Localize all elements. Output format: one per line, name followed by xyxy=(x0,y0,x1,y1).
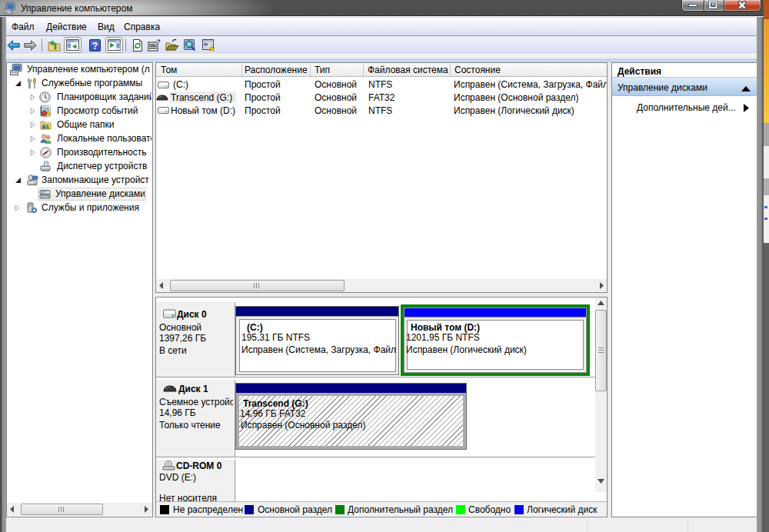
svg-text:?: ? xyxy=(92,41,98,52)
